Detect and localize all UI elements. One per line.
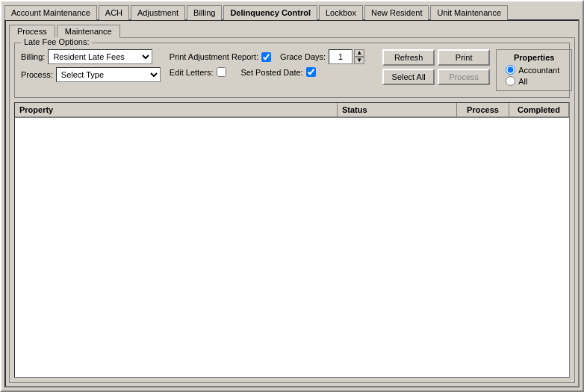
accountant-radio-row: Accountant <box>506 65 562 75</box>
billing-row: Billing: Resident Late Fees <box>21 49 161 64</box>
tab-ach[interactable]: ACH <box>99 5 129 20</box>
data-table: Property Status Process Completed <box>14 102 570 378</box>
table-header: Property Status Process Completed <box>15 103 569 118</box>
grace-days-up[interactable]: ▲ <box>354 49 364 57</box>
process-row: Process: Select Type <box>21 67 161 82</box>
table-body <box>15 118 569 377</box>
grace-days-down[interactable]: ▼ <box>354 57 364 64</box>
print-button[interactable]: Print <box>438 49 490 66</box>
group-box-legend: Late Fee Options: <box>21 37 92 46</box>
print-adjustment-checkbox[interactable] <box>261 52 271 62</box>
col-completed: Completed <box>509 103 569 117</box>
print-options-area: Print Adjustment Report: Grace Days: ▲ ▼ <box>170 49 373 80</box>
process-panel: Late Fee Options: Billing: Resident Late… <box>9 37 575 383</box>
process-label: Process: <box>21 70 53 79</box>
all-radio[interactable] <box>506 76 515 86</box>
options-area: Billing: Resident Late Fees Process: Sel… <box>21 49 563 91</box>
col-process: Process <box>457 103 509 117</box>
grace-days-spinner: ▲ ▼ <box>354 49 364 64</box>
properties-group: Properties Accountant All <box>496 49 572 91</box>
grace-days-input[interactable] <box>329 49 352 64</box>
select-all-button[interactable]: Select All <box>382 69 435 85</box>
all-radio-row: All <box>506 76 562 86</box>
edit-letters-label: Edit Letters: <box>170 68 214 77</box>
grace-days-label: Grace Days: <box>280 52 326 61</box>
tab-adjustment[interactable]: Adjustment <box>131 5 185 20</box>
accountant-radio[interactable] <box>506 65 515 75</box>
tab-lockbox[interactable]: Lockbox <box>319 5 363 20</box>
col-property: Property <box>15 103 338 117</box>
print-adjustment-row: Print Adjustment Report: Grace Days: ▲ ▼ <box>170 49 373 64</box>
tab-new-resident[interactable]: New Resident <box>364 5 429 20</box>
main-window: Account Maintenance ACH Adjustment Billi… <box>0 0 584 392</box>
late-fee-options-group: Late Fee Options: Billing: Resident Late… <box>14 43 570 98</box>
col-status: Status <box>338 103 457 117</box>
main-content-area: Process Maintenance Late Fee Options: Bi… <box>4 19 580 388</box>
tab-delinquency-control[interactable]: Delinquency Control <box>223 5 317 20</box>
edit-letters-checkbox[interactable] <box>217 67 226 77</box>
left-selects: Billing: Resident Late Fees Process: Sel… <box>21 49 161 85</box>
set-posted-date-checkbox[interactable] <box>306 67 316 77</box>
tab-unit-maintenance[interactable]: Unit Maintenance <box>430 5 508 20</box>
top-tab-bar: Account Maintenance ACH Adjustment Billi… <box>1 1 583 19</box>
sub-tab-bar: Process Maintenance <box>9 24 575 37</box>
billing-label: Billing: <box>21 52 45 61</box>
process-select[interactable]: Select Type <box>56 67 161 82</box>
set-posted-date-label: Set Posted Date: <box>241 68 303 77</box>
process-button[interactable]: Process <box>438 69 490 85</box>
tab-account-maintenance[interactable]: Account Maintenance <box>4 5 97 20</box>
properties-title: Properties <box>506 53 562 62</box>
print-adjustment-label: Print Adjustment Report: <box>170 52 258 61</box>
tab-billing[interactable]: Billing <box>187 5 222 20</box>
accountant-label: Accountant <box>518 66 559 75</box>
sub-tab-maintenance[interactable]: Maintenance <box>57 25 120 38</box>
billing-select[interactable]: Resident Late Fees <box>48 49 152 64</box>
edit-letters-row: Edit Letters: Set Posted Date: <box>170 67 373 77</box>
grace-days-group: Grace Days: ▲ ▼ <box>280 49 364 64</box>
sub-tab-process[interactable]: Process <box>9 25 55 38</box>
action-buttons: Refresh Print Select All Process <box>382 49 490 85</box>
refresh-button[interactable]: Refresh <box>382 49 435 66</box>
all-label: All <box>518 77 527 86</box>
